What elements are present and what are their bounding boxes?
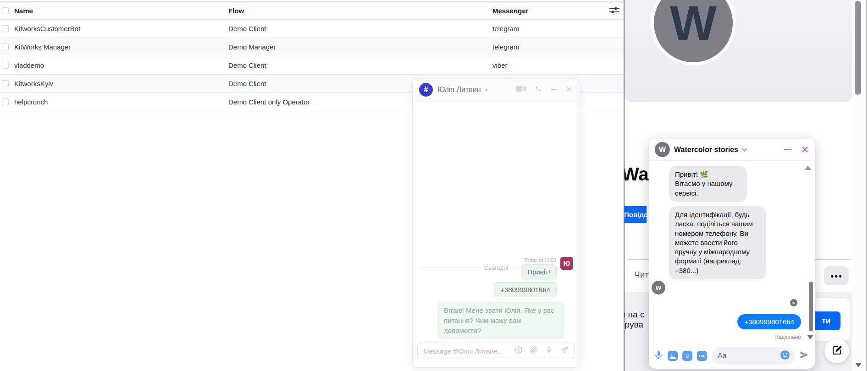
helpdesk-chat-widget: # Юлія Литвин ▾ ✕ Сьогодні Today at 11:5…	[412, 79, 579, 368]
cell-name: KitworksCustomerBot	[14, 25, 80, 33]
gif-icon[interactable]: GIF	[697, 351, 707, 361]
cell-name: KitWorks Manager	[14, 43, 71, 51]
messenger-input-pill	[712, 347, 795, 365]
send-icon[interactable]	[560, 345, 569, 356]
table-row[interactable]: KitworksCustomerBot Demo Client telegram	[0, 20, 624, 38]
cell-messenger: telegram	[492, 25, 519, 33]
row-checkbox[interactable]	[2, 25, 9, 32]
window-edge	[866, 0, 867, 371]
cell-flow: Demo Client	[228, 25, 266, 33]
outgoing-message: +380999801664	[737, 314, 801, 329]
compose-icon	[831, 344, 843, 358]
cell-flow: Demo Client only Operator	[228, 98, 310, 106]
chat-title: Юлія Литвин	[437, 86, 481, 94]
gif-label: GIF	[699, 354, 705, 358]
close-icon[interactable]: ✕	[566, 86, 572, 93]
new-message-button[interactable]	[824, 338, 849, 363]
row-checkbox[interactable]	[2, 44, 9, 50]
incoming-message: Привіт! 🌿 Вітаємо у нашому сервісі.	[669, 166, 747, 202]
messenger-message-input[interactable]	[718, 352, 780, 360]
seen-indicator-avatar: w	[790, 299, 797, 306]
cell-name: vladdemo	[14, 61, 44, 69]
cell-flow: Demo Client	[228, 61, 266, 69]
column-header-flow[interactable]: Flow	[228, 7, 244, 15]
date-divider-label: Сьогодні	[484, 264, 508, 271]
filter-columns-icon[interactable]	[609, 6, 620, 16]
divider-line	[419, 267, 480, 268]
messenger-input-bar: GIF	[649, 343, 815, 369]
scroll-down-arrow[interactable]	[807, 335, 813, 339]
chevron-down-icon[interactable]	[741, 146, 747, 154]
user-avatar: Ю	[560, 257, 573, 270]
photo-icon[interactable]	[668, 351, 678, 361]
row-checkbox[interactable]	[2, 62, 9, 69]
voice-clip-icon[interactable]	[654, 350, 663, 362]
screen: W Wa Повідо Чит ●●● я на с ерува ти	[0, 0, 868, 371]
sticker-icon[interactable]	[682, 351, 692, 361]
cell-messenger: viber	[492, 61, 508, 69]
more-options-button[interactable]: ●●●	[824, 266, 849, 285]
page-title: Wa	[622, 164, 649, 185]
cell-flow: Demo Manager	[228, 43, 276, 51]
emoji-icon[interactable]	[514, 346, 523, 356]
minimize-icon[interactable]	[784, 149, 791, 150]
scroll-down-arrow[interactable]	[855, 363, 862, 367]
chat-widget-header: # Юлія Литвин ▾ ✕	[413, 79, 579, 100]
microphone-icon[interactable]	[545, 346, 553, 356]
select-all-checkbox[interactable]	[2, 7, 9, 14]
messenger-header: W Watercolor stories ✕	[649, 139, 815, 161]
sender-avatar: W	[652, 281, 665, 295]
table-row[interactable]: KitWorks Manager Demo Manager telegram	[0, 38, 624, 56]
incoming-message: Вітаю! Мене звати Юлія. Яке у вас питанн…	[437, 302, 564, 339]
message-timestamp: Today at 11:51	[524, 257, 557, 263]
attachment-icon[interactable]	[530, 346, 538, 356]
cell-name: KitworksKyiv	[14, 80, 53, 87]
messenger-conversation: Привіт! 🌿 Вітаємо у нашому сервісі. Для …	[649, 161, 815, 343]
scroll-up-arrow[interactable]	[805, 165, 811, 170]
channel-avatar: #	[419, 83, 433, 97]
message-input-bar	[417, 343, 575, 359]
table-header: Name Flow Messenger	[0, 2, 624, 20]
emoji-picker-icon[interactable]	[780, 350, 790, 362]
row-checkbox[interactable]	[2, 98, 9, 105]
row-checkbox[interactable]	[2, 80, 9, 87]
outgoing-message: Привіт!	[521, 264, 557, 279]
minimize-icon[interactable]	[551, 89, 558, 90]
messenger-title: Watercolor stories	[674, 146, 738, 154]
page-scrollbar-thumb[interactable]	[855, 1, 861, 95]
read-link[interactable]: Чит	[634, 270, 649, 280]
cell-messenger: telegram	[492, 43, 519, 51]
conversation-scrollbar-thumb[interactable]	[809, 282, 813, 331]
incoming-message: Для ідентифікації, будь ласка, поділітьс…	[669, 206, 766, 279]
close-icon[interactable]: ✕	[801, 145, 809, 154]
column-header-messenger[interactable]: Messenger	[492, 7, 528, 15]
messenger-avatar: W	[655, 142, 670, 157]
video-call-icon[interactable]	[516, 85, 526, 94]
outgoing-message: +380999801664	[494, 282, 557, 297]
message-input[interactable]	[423, 347, 514, 355]
cell-flow: Demo Client	[228, 80, 266, 87]
voice-call-icon[interactable]	[534, 85, 542, 95]
table-row[interactable]: vladdemo Demo Client viber	[0, 56, 624, 75]
delivery-status: Надіслано	[774, 334, 801, 340]
messenger-chat-window: W Watercolor stories ✕ Привіт! 🌿 Вітаємо…	[649, 139, 815, 369]
send-icon[interactable]	[799, 350, 809, 362]
chevron-down-icon[interactable]: ▾	[485, 87, 487, 93]
column-header-name[interactable]: Name	[14, 7, 33, 15]
cell-name: helpcrunch	[14, 98, 48, 106]
